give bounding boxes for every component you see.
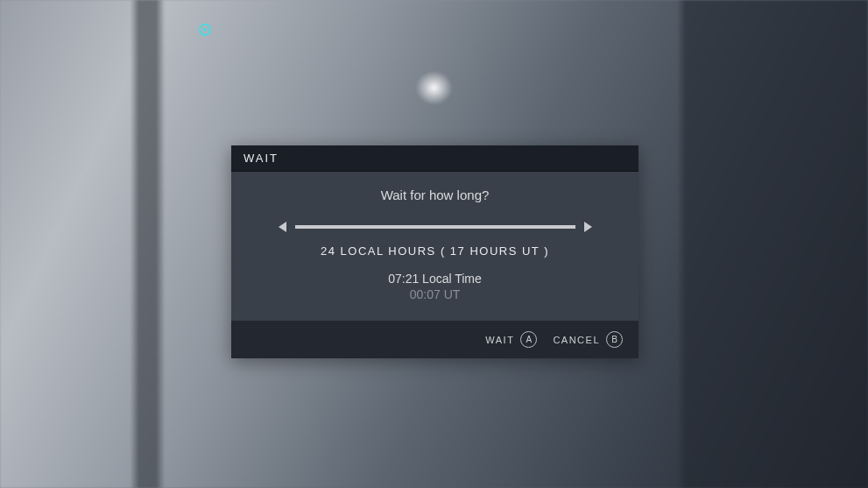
local-time: 07:21 Local Time: [256, 272, 614, 286]
wait-prompt: Wait for how long?: [256, 187, 614, 202]
dialog-title: WAIT: [243, 152, 626, 165]
dialog-header: WAIT: [231, 145, 639, 172]
ut-time: 00:07 UT: [256, 287, 614, 301]
wait-dialog: WAIT Wait for how long? 24 LOCAL HOURS (…: [231, 145, 639, 358]
slider-track[interactable]: [295, 225, 575, 229]
wait-label: WAIT: [485, 335, 514, 345]
cancel-button[interactable]: CANCEL B: [553, 331, 623, 348]
cancel-label: CANCEL: [553, 335, 600, 345]
duration-value: 24 LOCAL HOURS ( 17 HOURS UT ): [256, 244, 614, 258]
key-a-icon: A: [520, 331, 537, 348]
key-b-icon: B: [606, 331, 623, 348]
dialog-body: Wait for how long? 24 LOCAL HOURS ( 17 H…: [231, 172, 639, 321]
arrow-right-icon[interactable]: [584, 222, 592, 232]
dialog-footer: WAIT A CANCEL B: [231, 321, 639, 358]
wait-button[interactable]: WAIT A: [485, 331, 537, 348]
arrow-left-icon[interactable]: [279, 222, 286, 232]
hud-objective-marker: [199, 24, 211, 36]
duration-slider[interactable]: [256, 222, 614, 232]
